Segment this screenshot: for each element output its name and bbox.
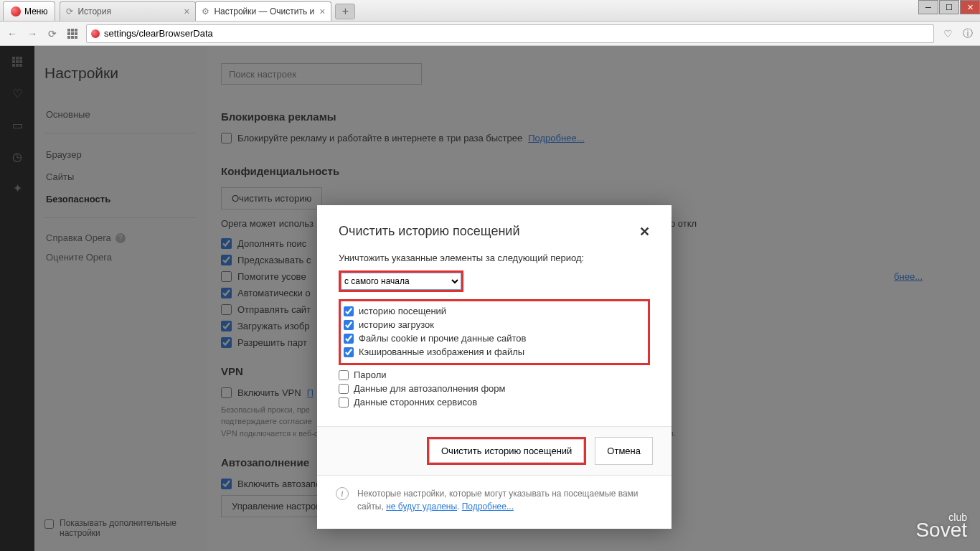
destroy-label: Уничтожить указанные элементы за следующ… (339, 253, 650, 263)
check-thirdparty[interactable] (339, 397, 349, 408)
opera-icon (11, 6, 21, 17)
heart-icon[interactable]: ♡ (941, 27, 954, 40)
tab-label: История (77, 6, 111, 17)
close-icon[interactable]: × (184, 6, 189, 17)
close-window-button[interactable]: ✕ (960, 0, 980, 14)
back-button[interactable]: ← (6, 27, 19, 40)
menu-label: Меню (24, 6, 47, 17)
period-highlight: с самого начала (339, 270, 463, 292)
clear-history-dialog: Очистить историю посещений ✕ Уничтожить … (317, 205, 672, 529)
new-tab-button[interactable]: + (335, 4, 355, 19)
settings-icon: ⚙ (202, 6, 209, 17)
confirm-clear-button[interactable]: Очистить историю посещений (429, 439, 584, 463)
url-input[interactable] (104, 25, 929, 42)
speed-dial-icon[interactable] (66, 27, 79, 40)
cancel-button[interactable]: Отмена (595, 437, 653, 465)
period-select[interactable]: с самого начала (341, 273, 461, 290)
check-downloads[interactable] (344, 320, 354, 330)
tab-label: Настройки — Очистить и (214, 6, 314, 17)
info-icon[interactable]: ⓘ (961, 27, 974, 40)
info-icon: i (336, 487, 349, 500)
content-area: ♡ ▭ ◷ ✦ Настройки Основные Браузер Сайты… (0, 46, 980, 551)
checks-highlight: историю посещений историю загрузок Файлы… (339, 299, 650, 365)
check-passwords[interactable] (339, 370, 349, 380)
check-autofill[interactable] (339, 384, 349, 394)
dialog-note: i Некоторые настройки, которые могут ука… (317, 475, 672, 529)
tab-strip: Меню ⟳ История × ⚙ Настройки — Очистить … (0, 0, 980, 22)
check-cache[interactable] (344, 347, 354, 357)
note-not-deleted-link[interactable]: не будут удалены (386, 501, 457, 512)
menu-button[interactable]: Меню (3, 1, 55, 21)
maximize-button[interactable]: ☐ (939, 0, 959, 14)
note-more-link[interactable]: Подробнее... (462, 501, 514, 512)
close-icon[interactable]: × (319, 6, 325, 17)
opera-icon (91, 29, 100, 38)
address-bar: ← → ⟳ ♡ ⓘ (0, 22, 980, 46)
dialog-footer: Очистить историю посещений Отмена (317, 426, 672, 475)
dialog-close-button[interactable]: ✕ (639, 224, 650, 240)
confirm-highlight: Очистить историю посещений (427, 437, 586, 465)
check-cookies[interactable] (344, 334, 354, 344)
tab-settings[interactable]: ⚙ Настройки — Очистить и × (195, 1, 331, 21)
url-field[interactable] (86, 24, 934, 43)
dialog-title: Очистить историю посещений (339, 224, 519, 239)
window-controls: ─ ☐ ✕ (918, 0, 980, 14)
minimize-button[interactable]: ─ (918, 0, 938, 14)
history-icon: ⟳ (66, 6, 73, 17)
check-history[interactable] (344, 306, 354, 316)
tab-history[interactable]: ⟳ История × (60, 1, 196, 21)
reload-button[interactable]: ⟳ (46, 27, 59, 40)
forward-button[interactable]: → (26, 27, 39, 40)
